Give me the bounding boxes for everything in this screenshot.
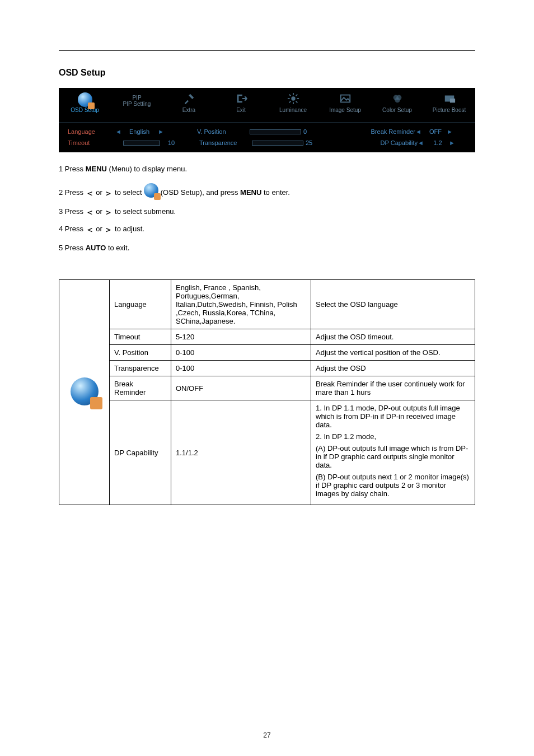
- osd-tab-osd-setup: OSD Setup: [59, 91, 111, 122]
- osd-row-1: Language ◄ English ► V. Position 0 Break…: [68, 126, 466, 137]
- osd-tab-pip: PIP PIP Setting: [111, 91, 163, 122]
- svg-point-12: [395, 97, 400, 102]
- slider: [252, 141, 303, 146]
- table-cell-range: 0-100: [171, 345, 311, 361]
- color-icon: [390, 92, 405, 105]
- image-icon: [338, 92, 353, 105]
- table-cell-range: 1.1/1.2: [171, 400, 311, 505]
- table-cell-name: Break Reminder: [110, 376, 171, 400]
- table-cell-desc: 1. In DP 1.1 mode, DP-out outputs full i…: [311, 400, 475, 505]
- svg-line-7: [289, 101, 291, 103]
- table-cell-desc: Break Reminder if the user continuely wo…: [311, 376, 475, 400]
- osd-tab-exit: Exit: [215, 91, 267, 122]
- chevron-left-icon: ＜: [86, 207, 94, 217]
- table-cell-name: DP Capability: [110, 400, 171, 505]
- chevron-left-icon: ＜: [86, 225, 94, 234]
- table-cell-range: 5-120: [171, 329, 311, 345]
- right-arrow-icon: ►: [447, 128, 452, 135]
- chevron-left-icon: ＜: [86, 188, 94, 198]
- osd-tab-color-setup: Color Setup: [371, 91, 423, 122]
- table-icon-cell: [59, 280, 110, 505]
- step-3: 3 Press ＜ or ＞ to select submenu.: [59, 203, 475, 221]
- osd-tab-luminance: Luminance: [267, 91, 319, 122]
- osd-tab-picture-boost: Picture Boost: [423, 91, 475, 122]
- osd-setup-table: Language English, France , Spanish, Port…: [59, 279, 475, 505]
- svg-point-0: [291, 96, 295, 100]
- picture-boost-icon: [442, 92, 457, 105]
- page-number: 27: [0, 731, 534, 739]
- osd-tab-extra: Extra: [163, 91, 215, 122]
- table-cell-desc: Adjust the OSD timeout.: [311, 329, 475, 345]
- svg-rect-14: [449, 99, 455, 102]
- table-cell-range: English, France , Spanish, Portugues,Ger…: [171, 280, 311, 329]
- table-cell-range: ON/OFF: [171, 376, 311, 400]
- left-arrow-icon: ◄: [115, 128, 121, 135]
- svg-line-5: [289, 95, 291, 96]
- chevron-right-icon: ＞: [104, 225, 113, 234]
- exit-icon: [233, 92, 249, 105]
- table-cell-desc: Adjust the OSD: [311, 361, 475, 376]
- left-arrow-icon: ◄: [415, 128, 421, 135]
- globe-icon: [144, 183, 158, 198]
- chevron-right-icon: ＞: [104, 188, 113, 198]
- step-1: 1 Press MENU (Menu) to display menu.: [59, 161, 475, 176]
- osd-row-2: Timeout ◄ ► 10 Transparence 25 DP Capabi…: [68, 137, 466, 148]
- osd-tab-image-setup: Image Setup: [319, 91, 371, 122]
- right-arrow-icon: ►: [158, 128, 163, 135]
- table-cell-name: Transparence: [110, 361, 171, 376]
- osd-screenshot: OSD Setup PIP PIP Setting Extra Exit Lum…: [59, 88, 475, 152]
- svg-line-8: [296, 95, 297, 96]
- table-cell-name: V. Position: [110, 345, 171, 361]
- chevron-right-icon: ＞: [104, 207, 113, 217]
- left-arrow-icon: ◄: [418, 139, 423, 146]
- table-cell-range: 0-100: [171, 361, 311, 376]
- table-cell-desc: Select the OSD language: [311, 280, 475, 329]
- slider: [250, 129, 301, 134]
- right-arrow-icon: ►: [449, 139, 455, 146]
- tools-icon: [181, 92, 197, 105]
- table-cell-name: Language: [110, 280, 171, 329]
- slider: [123, 141, 160, 146]
- globe-icon: [71, 377, 99, 405]
- sun-icon: [285, 92, 301, 105]
- globe-icon: [78, 92, 92, 107]
- table-cell-desc: Adjust the vertical position of the OSD.: [311, 345, 475, 361]
- svg-line-6: [296, 101, 297, 103]
- section-title: OSD Setup: [59, 68, 475, 78]
- step-5: 5 Press AUTO to exit.: [59, 239, 475, 256]
- step-2: 2 Press ＜ or ＞ to select (OSD Setup), an…: [59, 183, 475, 203]
- table-cell-name: Timeout: [110, 329, 171, 345]
- step-4: 4 Press ＜ or ＞ to adjust.: [59, 221, 475, 239]
- instruction-steps: 1 Press MENU (Menu) to display menu. 2 P…: [59, 161, 475, 256]
